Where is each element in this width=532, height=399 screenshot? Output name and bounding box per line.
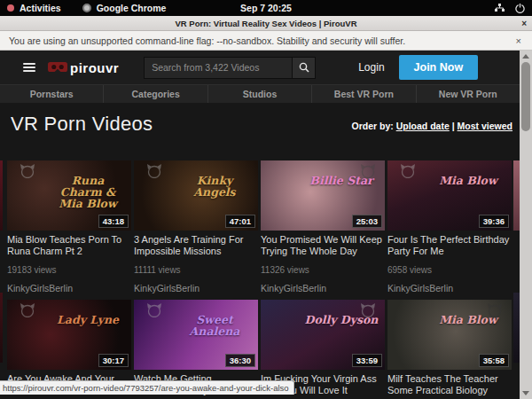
thumbnail-overlay-name: Sweet Analena — [176, 314, 253, 337]
join-now-button[interactable]: Join Now — [399, 55, 479, 80]
video-views: 19183 views — [7, 265, 131, 275]
logo-text: pirouvr — [70, 60, 119, 75]
scrollbar-down-arrow-icon[interactable] — [522, 391, 529, 395]
thumbnail-overlay-name: Runa Charm & Mia Blow — [50, 175, 126, 209]
video-thumbnail[interactable]: Billie Star 25:03 — [261, 160, 385, 231]
site-header: pirouvr Login Join Now — [0, 51, 520, 84]
nav-pornstars[interactable]: Pornstars — [0, 85, 104, 103]
thumbnail-overlay-name: Lady Lyne — [50, 314, 126, 325]
duration-badge: 47:01 — [225, 215, 255, 228]
clock[interactable]: Sep 7 20:25 — [240, 3, 292, 13]
status-url-bubble: https://pirouvr.com/vr-porn-video/779325… — [0, 380, 294, 395]
order-by: Order by: Upload date | Most viewed — [351, 121, 512, 131]
network-icon[interactable] — [495, 4, 505, 12]
scrollbar-thumb[interactable] — [521, 62, 530, 131]
search-icon — [299, 62, 309, 73]
duration-badge: 39:36 — [479, 215, 509, 228]
video-thumbnail[interactable]: Dolly Dyson 33:59 — [261, 300, 385, 370]
edge-thumbnail-sliver — [0, 160, 3, 231]
video-title[interactable]: Four Is The Perfect Birthday Party For M… — [387, 234, 512, 258]
nav-new-vr-porn[interactable]: New VR Porn — [417, 85, 520, 103]
site-logo[interactable]: pirouvr — [48, 60, 119, 75]
notification-dot-icon — [7, 4, 14, 12]
scrollbar-up-arrow-icon[interactable] — [522, 54, 529, 59]
thumbnail-overlay-name: Kinky Angels — [176, 175, 253, 198]
power-icon[interactable] — [515, 4, 525, 13]
video-thumbnail[interactable]: Mia Blow 39:36 — [387, 160, 512, 231]
order-most-viewed-link[interactable]: Most viewed — [458, 121, 512, 131]
studio-cat-watermark-icon — [400, 164, 416, 178]
nav-studios[interactable]: Studios — [208, 85, 312, 103]
studio-cat-watermark-icon — [20, 164, 35, 178]
video-thumbnail[interactable]: Sweet Analena 36:30 — [134, 300, 258, 370]
page-viewport: pirouvr Login Join Now Pornstars Categor… — [0, 51, 520, 399]
duration-badge: 30:17 — [98, 354, 129, 367]
edge-thumbnail-sliver — [513, 293, 520, 363]
video-thumbnail[interactable]: Mia Blow 35:58 — [387, 300, 512, 370]
chrome-icon — [82, 4, 91, 12]
browser-title-bar: VR Porn: Virtual Reality Sex Videos | Pi… — [0, 16, 532, 31]
nav-categories[interactable]: Categories — [104, 85, 207, 103]
video-studio-link[interactable]: KinkyGirlsBerlin — [261, 283, 385, 293]
order-by-label: Order by: — [351, 121, 393, 131]
close-icon[interactable]: × — [521, 19, 527, 28]
order-upload-date-link[interactable]: Upload date — [396, 121, 450, 131]
video-studio-link[interactable]: KinkyGirlsBerlin — [134, 283, 258, 293]
video-title[interactable]: You Promised We Will Keep Trying The Who… — [261, 234, 385, 258]
video-views: 11111 views — [134, 265, 258, 275]
duration-badge: 43:18 — [98, 215, 129, 228]
duration-badge: 36:30 — [225, 354, 255, 367]
screen: Activities Google Chrome Sep 7 20:25 VR … — [0, 0, 532, 399]
thumbnail-overlay-name: Mia Blow — [430, 314, 506, 325]
studio-cat-watermark-icon — [146, 164, 162, 178]
warning-text: You are using an unsupported command-lin… — [9, 35, 405, 46]
video-views: 11326 views — [261, 265, 385, 275]
sandbox-warning-bar: You are using an unsupported command-lin… — [0, 31, 532, 51]
main-nav: Pornstars Categories Studios Best VR Por… — [0, 84, 520, 103]
page-title: VR Porn Videos — [11, 113, 153, 136]
thumbnail-overlay-name: Mia Blow — [430, 175, 506, 186]
edge-thumbnail-sliver — [0, 293, 3, 363]
search-input[interactable] — [144, 57, 293, 79]
video-card[interactable]: Kinky Angels 47:01 3 Angels Are Training… — [134, 160, 258, 293]
video-grid: Runa Charm & Mia Blow 43:18 Mia Blow Tea… — [7, 160, 512, 399]
video-card[interactable]: Mia Blow 39:36 Four Is The Perfect Birth… — [387, 160, 512, 293]
video-title[interactable]: Mia Blow Teaches Porn To Runa Charm Pt 2 — [7, 234, 131, 258]
duration-badge: 35:58 — [479, 354, 509, 367]
studio-cat-watermark-icon — [146, 303, 162, 317]
video-title[interactable]: 3 Angels Are Training For Impossible Mis… — [134, 234, 258, 258]
vr-headset-logo-icon — [48, 61, 67, 74]
video-views: 6958 views — [387, 265, 512, 275]
order-separator: | — [452, 121, 455, 131]
login-link[interactable]: Login — [358, 61, 384, 74]
warning-close-icon[interactable]: × — [516, 35, 521, 46]
studio-cat-watermark-icon — [20, 303, 35, 317]
system-top-bar: Activities Google Chrome Sep 7 20:25 — [0, 0, 532, 16]
video-studio-link[interactable]: KinkyGirlsBerlin — [387, 283, 512, 293]
hamburger-menu-icon[interactable] — [23, 63, 35, 72]
video-studio-link[interactable]: KinkyGirlsBerlin — [7, 283, 131, 293]
video-thumbnail[interactable]: Lady Lyne 30:17 — [7, 300, 131, 370]
duration-badge: 33:59 — [352, 354, 382, 367]
nav-best-vr-porn[interactable]: Best VR Porn — [312, 85, 416, 103]
edge-thumbnail-sliver — [513, 160, 520, 231]
window-title: VR Porn: Virtual Reality Sex Videos | Pi… — [175, 19, 356, 28]
video-card[interactable]: Mia Blow 35:58 Milf Teaches The Teacher … — [387, 300, 512, 399]
video-card[interactable]: Runa Charm & Mia Blow 43:18 Mia Blow Tea… — [7, 160, 131, 293]
scrollbar[interactable] — [520, 51, 532, 399]
search-button[interactable] — [293, 57, 316, 79]
duration-badge: 25:03 — [352, 215, 382, 228]
thumbnail-overlay-name: Dolly Dyson — [303, 314, 379, 325]
video-thumbnail[interactable]: Kinky Angels 47:01 — [134, 160, 258, 231]
video-thumbnail[interactable]: Runa Charm & Mia Blow 43:18 — [7, 160, 131, 231]
thumbnail-overlay-name: Billie Star — [303, 175, 379, 186]
video-title[interactable]: Milf Teaches The Teacher Some Practical … — [387, 373, 512, 397]
activities-button[interactable]: Activities — [20, 3, 61, 13]
video-card[interactable]: Billie Star 25:03 You Promised We Will K… — [261, 160, 385, 293]
focused-app-label[interactable]: Google Chrome — [97, 3, 167, 13]
